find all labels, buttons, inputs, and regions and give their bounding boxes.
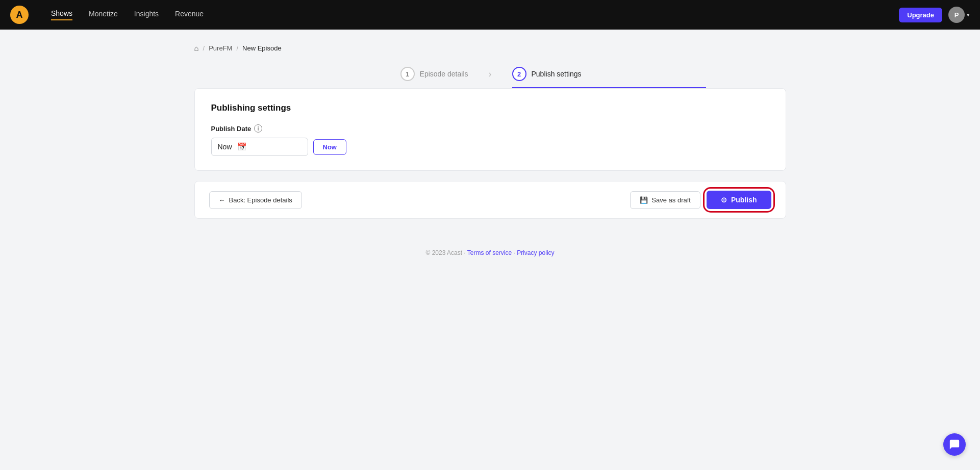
right-actions: 💾 Save as draft ⊙ Publish <box>630 191 771 209</box>
breadcrumb-page: New Episode <box>242 44 282 52</box>
step-1-circle: 1 <box>400 67 415 81</box>
info-icon[interactable]: i <box>254 124 262 133</box>
publish-button-highlight: ⊙ Publish <box>707 191 771 209</box>
footer-copyright: © 2023 Acast · <box>425 249 465 256</box>
breadcrumb-show[interactable]: PureFM <box>209 44 232 52</box>
nav-insights[interactable]: Insights <box>134 10 159 20</box>
step-1-area: 1 Episode details <box>274 67 468 81</box>
step-arrow-icon: › <box>489 69 492 80</box>
footer: © 2023 Acast · Terms of service · Privac… <box>194 249 786 272</box>
step-2-circle: 2 <box>512 67 526 81</box>
nav-monetize[interactable]: Monetize <box>89 10 118 20</box>
step-1: 1 Episode details <box>400 67 468 81</box>
save-icon: 💾 <box>640 196 648 204</box>
breadcrumb-separator-1: / <box>203 44 205 52</box>
home-icon[interactable]: ⌂ <box>194 44 199 53</box>
step-2-area: 2 Publish settings <box>512 67 706 81</box>
nav-revenue[interactable]: Revenue <box>175 10 204 20</box>
publish-date-label: Publish Date i <box>211 124 769 133</box>
back-arrow-icon: ← <box>219 196 225 204</box>
card-title: Publishing settings <box>211 103 769 113</box>
breadcrumb: ⌂ / PureFM / New Episode <box>194 44 786 53</box>
avatar-dropdown[interactable]: P ▾ <box>948 7 970 23</box>
main-content: ⌂ / PureFM / New Episode 1 Episode detai… <box>184 30 796 286</box>
chat-bubble-button[interactable] <box>943 433 966 456</box>
step-1-label: Episode details <box>420 70 468 78</box>
terms-link[interactable]: Terms of service <box>467 249 512 256</box>
chat-icon <box>949 439 960 450</box>
step-2: 2 Publish settings <box>512 67 582 81</box>
avatar: P <box>948 7 965 23</box>
breadcrumb-separator-2: / <box>236 44 238 52</box>
chevron-down-icon: ▾ <box>967 12 970 18</box>
publish-button[interactable]: ⊙ Publish <box>707 191 771 209</box>
logo[interactable]: A <box>10 6 29 24</box>
calendar-icon: 📅 <box>237 142 247 151</box>
now-button[interactable]: Now <box>313 139 346 155</box>
nav-shows[interactable]: Shows <box>51 9 72 20</box>
publishing-settings-card: Publishing settings Publish Date i Now 📅… <box>194 88 786 171</box>
navbar-right: Upgrade P ▾ <box>899 7 970 23</box>
step-2-label: Publish settings <box>532 70 582 78</box>
date-value: Now <box>218 143 232 151</box>
date-input[interactable]: Now 📅 <box>211 138 308 156</box>
privacy-link[interactable]: Privacy policy <box>517 249 554 256</box>
navbar: A Shows Monetize Insights Revenue Upgrad… <box>0 0 980 30</box>
date-input-row: Now 📅 Now <box>211 138 769 156</box>
actions-card: ← Back: Episode details 💾 Save as draft … <box>194 181 786 219</box>
publish-icon: ⊙ <box>721 196 727 204</box>
back-button[interactable]: ← Back: Episode details <box>209 191 302 209</box>
save-draft-button[interactable]: 💾 Save as draft <box>630 191 700 209</box>
upgrade-button[interactable]: Upgrade <box>899 8 942 22</box>
stepper: 1 Episode details › 2 Publish settings <box>194 67 786 88</box>
